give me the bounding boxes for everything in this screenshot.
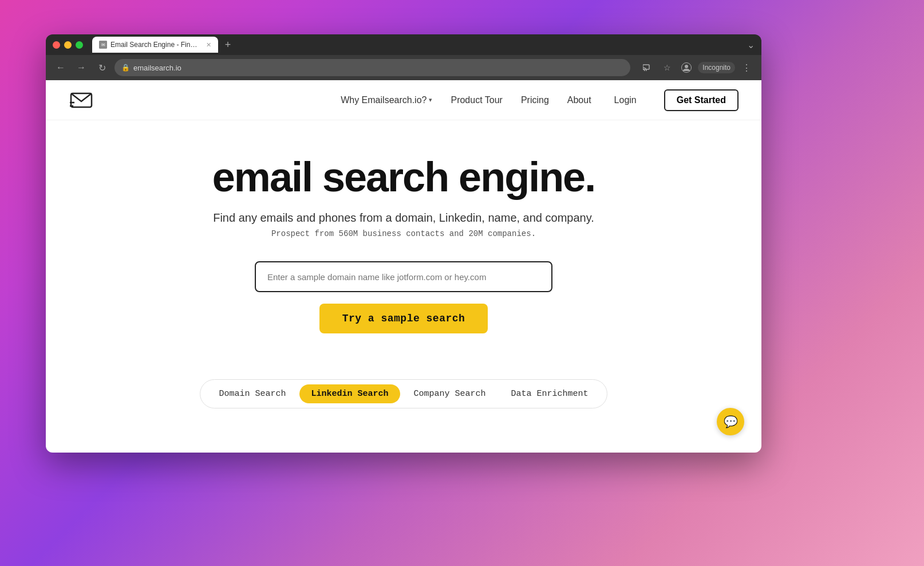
forward-button[interactable]: → <box>73 60 89 76</box>
lock-icon: 🔒 <box>121 64 130 72</box>
window-controls[interactable]: ⌄ <box>747 40 755 50</box>
tab-favicon: ✉ <box>99 41 107 49</box>
minimize-button[interactable] <box>64 41 72 49</box>
search-box-wrap <box>255 261 552 292</box>
site-logo[interactable] <box>69 89 96 112</box>
incognito-label: Incognito <box>702 64 730 72</box>
tab-domain-search[interactable]: Domain Search <box>207 384 297 403</box>
nav-links: Why Emailsearch.io? ▾ Product Tour Prici… <box>341 89 739 111</box>
page-content: Why Emailsearch.io? ▾ Product Tour Prici… <box>46 80 761 453</box>
browser-tab[interactable]: ✉ Email Search Engine - Find Em... ✕ <box>92 37 218 53</box>
dropdown-chevron-icon: ▾ <box>429 96 432 104</box>
tab-linkedin-search[interactable]: Linkedin Search <box>299 384 400 403</box>
tab-title: Email Search Engine - Find Em... <box>110 41 200 49</box>
url-text: emailsearch.io <box>133 64 181 72</box>
title-bar: ✉ Email Search Engine - Find Em... ✕ + ⌄ <box>46 34 761 55</box>
browser-menu-button[interactable]: ⋮ <box>739 60 755 76</box>
hero-section: email search engine. Find any emails and… <box>46 120 761 356</box>
feature-tabs-section: Domain Search Linkedin Search Company Se… <box>46 356 761 420</box>
close-button[interactable] <box>53 41 60 49</box>
toolbar-right: ☆ Incognito ⋮ <box>639 60 755 76</box>
tab-area: ✉ Email Search Engine - Find Em... ✕ + <box>92 37 743 53</box>
cast-icon[interactable] <box>639 60 656 76</box>
tab-close-button[interactable]: ✕ <box>206 41 211 49</box>
incognito-badge[interactable]: Incognito <box>698 62 735 73</box>
profile-icon[interactable] <box>678 60 694 76</box>
hero-tagline: Prospect from 560M business contacts and… <box>271 229 536 238</box>
hero-subtitle: Find any emails and phones from a domain… <box>213 211 594 225</box>
browser-window: ✉ Email Search Engine - Find Em... ✕ + ⌄… <box>46 34 761 453</box>
svg-point-4 <box>685 65 688 68</box>
hero-title: email search engine. <box>212 155 595 200</box>
chat-icon: 💬 <box>724 415 738 429</box>
nav-item-login[interactable]: Login <box>614 95 637 105</box>
nav-item-about[interactable]: About <box>567 95 591 105</box>
new-tab-button[interactable]: + <box>220 37 235 52</box>
traffic-lights <box>53 41 83 49</box>
site-nav: Why Emailsearch.io? ▾ Product Tour Prici… <box>46 80 761 120</box>
maximize-button[interactable] <box>76 41 83 49</box>
get-started-button[interactable]: Get Started <box>664 89 739 111</box>
nav-item-pricing[interactable]: Pricing <box>521 95 549 105</box>
bookmark-icon[interactable]: ☆ <box>659 60 675 76</box>
try-search-button[interactable]: Try a sample search <box>319 304 488 333</box>
tab-company-search[interactable]: Company Search <box>402 384 497 403</box>
feature-tabs-container: Domain Search Linkedin Search Company Se… <box>200 379 607 408</box>
svg-text:✉: ✉ <box>101 42 105 48</box>
search-input[interactable] <box>255 261 552 292</box>
back-button[interactable]: ← <box>53 60 69 76</box>
chat-widget[interactable]: 💬 <box>717 408 744 435</box>
nav-item-product-tour[interactable]: Product Tour <box>451 95 502 105</box>
reload-button[interactable]: ↻ <box>94 60 110 76</box>
nav-item-why[interactable]: Why Emailsearch.io? ▾ <box>341 95 432 105</box>
address-bar: ← → ↻ 🔒 emailsearch.io ☆ <box>46 55 761 80</box>
address-bar-input[interactable]: 🔒 emailsearch.io <box>114 59 630 76</box>
tab-data-enrichment[interactable]: Data Enrichment <box>500 384 600 403</box>
